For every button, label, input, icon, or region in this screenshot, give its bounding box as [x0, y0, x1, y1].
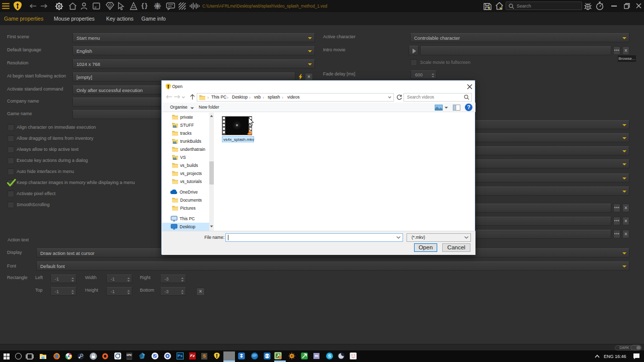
svg-text:S: S: [328, 353, 331, 358]
